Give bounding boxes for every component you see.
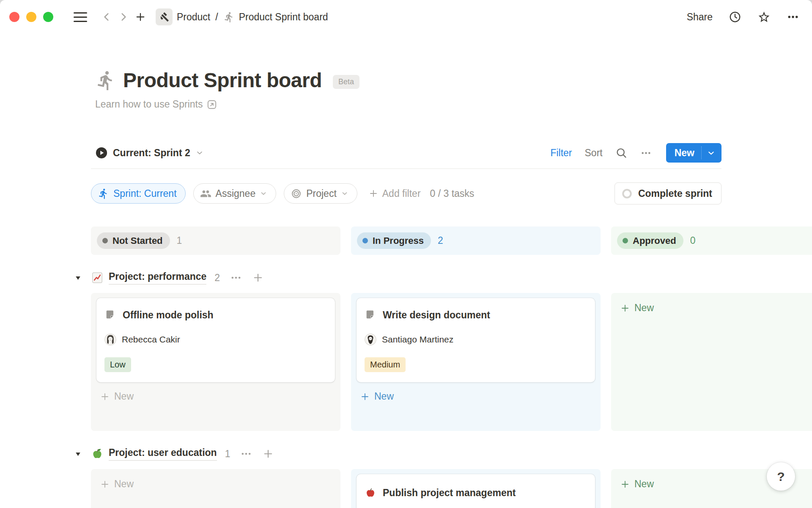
breadcrumb-current[interactable]: Product Sprint board: [239, 11, 328, 23]
topbar-actions: Share: [687, 11, 799, 24]
group-label[interactable]: Project: performance: [109, 271, 206, 284]
board-cell-not-started: Offline mode polish Rebecca Cakir Low Ne…: [91, 293, 340, 431]
assignee-filter-chip[interactable]: Assignee: [193, 183, 277, 204]
plus-icon: [100, 392, 110, 402]
column-header-approved[interactable]: Approved 0: [611, 226, 812, 255]
plus-icon: [368, 188, 379, 199]
status-dot: [623, 238, 628, 243]
task-card-write-design-document[interactable]: Write design document Santiago Martinez …: [357, 298, 595, 382]
toolbar-divider: [91, 168, 721, 169]
bullseye-icon: [291, 188, 302, 199]
board-cell-in-progress: Write design document Santiago Martinez …: [351, 293, 601, 431]
collapse-triangle-icon[interactable]: [74, 450, 82, 458]
column-label: Not Started: [112, 235, 163, 246]
new-task-label: New: [675, 147, 694, 159]
task-card-offline-mode-polish[interactable]: Offline mode polish Rebecca Cakir Low: [96, 298, 335, 382]
page-runner-icon[interactable]: [95, 70, 116, 91]
plus-icon: [620, 479, 630, 489]
add-filter-button[interactable]: Add filter: [368, 188, 421, 199]
task-progress: 0 / 3 tasks: [430, 188, 475, 199]
status-dot: [102, 238, 108, 243]
new-card-button[interactable]: New: [617, 298, 812, 316]
close-window-button[interactable]: [9, 12, 19, 22]
group-add-icon[interactable]: [262, 448, 274, 460]
plus-icon: [360, 392, 370, 402]
back-icon[interactable]: [98, 8, 115, 25]
board-cell-approved: New: [611, 293, 812, 431]
group-more-icon[interactable]: [230, 272, 242, 284]
filter-button[interactable]: Filter: [550, 147, 572, 159]
page-icon: [104, 309, 116, 321]
column-header-in-progress[interactable]: In Progress 2: [351, 226, 601, 255]
history-clock-icon[interactable]: [729, 11, 741, 23]
card-assignee: Santiago Martinez: [382, 334, 453, 345]
share-button[interactable]: Share: [687, 11, 713, 23]
chart-increasing-emoji: [91, 271, 104, 284]
card-title: Write design document: [383, 309, 490, 321]
view-toolbar: Current: Sprint 2 Filter Sort New: [91, 143, 721, 163]
view-options-icon[interactable]: [640, 147, 652, 159]
sprint-current-chip[interactable]: Sprint: Current: [91, 183, 186, 204]
new-card-button[interactable]: New: [96, 474, 335, 492]
new-task-button[interactable]: New: [666, 143, 721, 163]
group-header-performance: Project: performance 2: [91, 270, 812, 286]
new-card-button[interactable]: New: [357, 386, 595, 405]
new-card-label: New: [114, 478, 134, 490]
chevron-down-icon: [341, 190, 348, 197]
group-count: 2: [214, 272, 220, 284]
zoom-window-button[interactable]: [43, 12, 53, 22]
favorite-star-icon[interactable]: [757, 11, 771, 24]
chevron-down-icon: [260, 190, 267, 197]
notion-window: Product / Product Sprint board Share: [0, 0, 812, 508]
group-label[interactable]: Project: user education: [109, 447, 217, 461]
project-filter-chip[interactable]: Project: [284, 183, 357, 204]
sort-button[interactable]: Sort: [585, 147, 603, 159]
task-card-publish-project-management[interactable]: Publish project management: [357, 474, 595, 508]
add-filter-label: Add filter: [382, 188, 421, 199]
page-title: Product Sprint board: [123, 69, 322, 92]
forward-icon[interactable]: [115, 8, 132, 25]
complete-sprint-button[interactable]: Complete sprint: [614, 182, 721, 204]
group-add-icon[interactable]: [252, 272, 264, 284]
traffic-lights: [9, 12, 53, 22]
page-title-row: Product Sprint board Beta: [91, 69, 721, 92]
sprint-selector[interactable]: Current: Sprint 2: [95, 146, 204, 159]
product-hammer-icon[interactable]: [156, 8, 173, 25]
new-page-icon[interactable]: [132, 8, 149, 25]
sidebar-toggle-icon[interactable]: [72, 8, 89, 25]
learn-sprints-link[interactable]: Learn how to use Sprints: [91, 99, 721, 110]
plus-icon: [620, 303, 630, 313]
group-header-user-education: Project: user education 1: [91, 446, 812, 462]
new-card-label: New: [634, 478, 654, 490]
red-apple-emoji: [365, 487, 376, 499]
play-circle-icon: [95, 146, 108, 159]
board-cell-not-started: New: [91, 469, 340, 508]
runner-icon: [223, 11, 235, 23]
column-header-not-started[interactable]: Not Started 1: [91, 226, 340, 255]
search-icon[interactable]: [615, 147, 628, 159]
column-label: In Progress: [373, 235, 424, 246]
green-apple-emoji: [91, 447, 104, 460]
page-icon: [365, 309, 376, 321]
new-card-label: New: [634, 302, 654, 314]
help-button[interactable]: ?: [767, 462, 795, 491]
breadcrumb-separator: /: [215, 11, 218, 23]
minimize-window-button[interactable]: [26, 12, 36, 22]
new-card-label: New: [114, 391, 134, 402]
group-more-icon[interactable]: [240, 448, 252, 460]
group-row-user-education: New Publish project management New: [91, 469, 812, 508]
new-card-label: New: [374, 391, 394, 402]
group-row-performance: Offline mode polish Rebecca Cakir Low Ne…: [91, 293, 812, 431]
new-card-button[interactable]: New: [96, 386, 335, 405]
people-icon: [200, 188, 211, 199]
complete-sprint-label: Complete sprint: [638, 188, 712, 199]
avatar: [104, 334, 116, 345]
sprint-chip-label: Sprint: Current: [113, 188, 177, 199]
breadcrumb-root[interactable]: Product: [177, 11, 210, 23]
new-button-divider: [701, 146, 702, 159]
collapse-triangle-icon[interactable]: [74, 274, 82, 282]
more-options-icon[interactable]: [787, 11, 799, 23]
progress-ring-icon: [621, 188, 633, 199]
card-title: Publish project management: [383, 487, 516, 499]
help-label: ?: [777, 469, 785, 484]
